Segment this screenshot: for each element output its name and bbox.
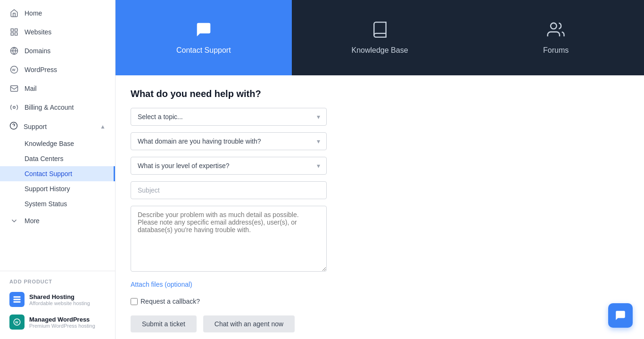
- svg-rect-1: [15, 29, 17, 31]
- product-shared-hosting[interactable]: Shared Hosting Affordable website hostin…: [0, 288, 115, 311]
- svg-rect-3: [11, 33, 13, 35]
- svg-point-9: [13, 106, 16, 109]
- chat-agent-button[interactable]: Chat with an agent now: [203, 315, 295, 332]
- sidebar-sub-system-status-label: System Status: [25, 200, 67, 208]
- sidebar-sub-system-status[interactable]: System Status: [0, 196, 115, 211]
- sidebar-sub-contact-support-label: Contact Support: [25, 170, 72, 178]
- subject-input-group: [131, 181, 629, 199]
- tab-contact-support[interactable]: Contact Support: [116, 0, 292, 75]
- support-chevron-icon: ▲: [100, 123, 106, 130]
- expertise-select-wrapper: What is your level of expertise? Beginne…: [131, 157, 327, 175]
- tab-forums-label: Forums: [543, 46, 569, 55]
- shared-hosting-text: Shared Hosting Affordable website hostin…: [29, 293, 90, 306]
- sidebar-nav: Home Websites Domains W WordPress Mail: [0, 0, 115, 271]
- sidebar-item-support[interactable]: Support ▲: [0, 117, 115, 136]
- sidebar-item-more-label: More: [25, 217, 40, 225]
- sidebar-item-domains[interactable]: Domains: [0, 41, 115, 60]
- expertise-select-group: What is your level of expertise? Beginne…: [131, 157, 629, 175]
- sidebar-sub-contact-support[interactable]: Contact Support: [0, 166, 115, 181]
- domain-select-wrapper: What domain are you having trouble with?: [131, 132, 327, 150]
- websites-icon: [9, 27, 19, 37]
- sidebar-sub-support-history-label: Support History: [25, 185, 70, 193]
- svg-rect-0: [11, 29, 13, 31]
- product-managed-wordpress[interactable]: W Managed WordPress Premium WordPress ho…: [0, 311, 115, 333]
- domain-select-group: What domain are you having trouble with?: [131, 132, 629, 150]
- knowledge-base-tab-icon: [371, 21, 389, 41]
- subject-input[interactable]: [131, 181, 327, 199]
- sidebar-item-home[interactable]: Home: [0, 4, 115, 23]
- sidebar-item-mail[interactable]: Mail: [0, 79, 115, 98]
- sidebar-item-billing[interactable]: Billing & Account: [0, 98, 115, 117]
- main-content: Contact Support Knowledge Base Forums Wh…: [116, 0, 644, 339]
- more-chevron-icon: [9, 216, 19, 226]
- svg-text:W: W: [15, 321, 18, 324]
- sidebar-item-websites[interactable]: Websites: [0, 23, 115, 41]
- topic-select-group: Select a topic... Domains Hosting WordPr…: [131, 108, 629, 126]
- shared-hosting-icon: [9, 292, 25, 307]
- domains-icon: [9, 46, 19, 56]
- description-textarea[interactable]: [131, 206, 327, 272]
- tab-contact-support-label: Contact Support: [176, 46, 231, 55]
- form-buttons: Submit a ticket Chat with an agent now: [131, 315, 629, 332]
- sidebar-sub-data-centers-label: Data Centers: [25, 155, 63, 162]
- sidebar-sub-support-history[interactable]: Support History: [0, 181, 115, 196]
- sidebar-support-label: Support: [24, 123, 47, 130]
- svg-rect-12: [14, 296, 21, 298]
- tab-knowledge-base[interactable]: Knowledge Base: [292, 0, 468, 75]
- tab-forums[interactable]: Forums: [468, 0, 644, 75]
- managed-wordpress-icon: W: [9, 315, 25, 330]
- svg-rect-2: [15, 33, 17, 35]
- description-group: [131, 206, 629, 274]
- attach-files-link[interactable]: Attach files (optional): [131, 281, 192, 288]
- managed-wordpress-text: Managed WordPress Premium WordPress host…: [29, 316, 95, 329]
- add-product-label: ADD PRODUCT: [0, 277, 115, 288]
- chat-fab-button[interactable]: [608, 303, 633, 328]
- callback-label: Request a callback?: [140, 298, 200, 305]
- svg-text:W: W: [12, 68, 16, 72]
- billing-icon: [9, 103, 19, 112]
- sidebar-item-home-label: Home: [25, 9, 42, 17]
- shared-hosting-desc: Affordable website hosting: [29, 300, 90, 306]
- sidebar-item-wordpress[interactable]: W WordPress: [0, 60, 115, 79]
- sidebar-sub-knowledge-base[interactable]: Knowledge Base: [0, 136, 115, 151]
- mail-icon: [9, 84, 19, 93]
- sidebar-item-wordpress-label: WordPress: [25, 66, 57, 73]
- expertise-select[interactable]: What is your level of expertise? Beginne…: [131, 157, 327, 175]
- managed-wordpress-desc: Premium WordPress hosting: [29, 323, 95, 329]
- contact-support-form-area: What do you need help with? Select a top…: [116, 75, 644, 339]
- sidebar-bottom: ADD PRODUCT Shared Hosting Affordable we…: [0, 271, 115, 339]
- sidebar-item-more[interactable]: More: [0, 211, 115, 230]
- form-section-title: What do you need help with?: [131, 89, 629, 99]
- callback-checkbox[interactable]: [131, 298, 138, 305]
- sidebar-item-domains-label: Domains: [25, 47, 50, 55]
- svg-point-17: [551, 23, 557, 29]
- managed-wordpress-name: Managed WordPress: [29, 316, 95, 323]
- support-icon: [9, 121, 18, 131]
- domain-select[interactable]: What domain are you having trouble with?: [131, 132, 327, 150]
- topic-select-wrapper: Select a topic... Domains Hosting WordPr…: [131, 108, 327, 126]
- wordpress-icon: W: [9, 65, 19, 74]
- home-icon: [9, 8, 19, 18]
- sidebar-sub-knowledge-base-label: Knowledge Base: [25, 140, 74, 147]
- sidebar-sub-data-centers[interactable]: Data Centers: [0, 151, 115, 166]
- sidebar-item-websites-label: Websites: [25, 28, 51, 36]
- sidebar-item-mail-label: Mail: [25, 85, 37, 92]
- tab-knowledge-base-label: Knowledge Base: [351, 46, 408, 55]
- sidebar-item-billing-label: Billing & Account: [25, 104, 74, 111]
- svg-rect-8: [11, 86, 18, 91]
- svg-rect-13: [14, 299, 21, 300]
- forums-tab-icon: [547, 21, 565, 41]
- sidebar: Home Websites Domains W WordPress Mail: [0, 0, 116, 339]
- sidebar-submenu-support: Knowledge Base Data Centers Contact Supp…: [0, 136, 115, 211]
- callback-checkbox-row: Request a callback?: [131, 298, 629, 305]
- topic-select[interactable]: Select a topic... Domains Hosting WordPr…: [131, 108, 327, 126]
- svg-rect-14: [14, 301, 21, 303]
- tab-bar: Contact Support Knowledge Base Forums: [116, 0, 644, 75]
- contact-support-tab-icon: [195, 21, 213, 41]
- shared-hosting-name: Shared Hosting: [29, 293, 90, 300]
- submit-ticket-button[interactable]: Submit a ticket: [131, 315, 197, 332]
